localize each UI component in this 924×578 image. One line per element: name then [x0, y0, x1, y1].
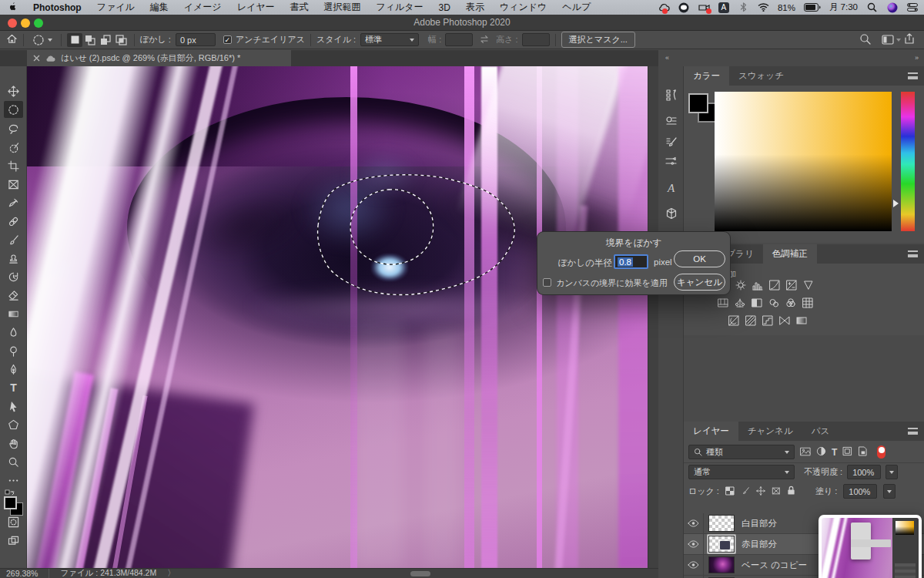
creative-cloud-icon[interactable]	[658, 2, 670, 13]
brightness-contrast-icon[interactable]	[735, 279, 746, 291]
color-lookup-icon[interactable]	[802, 297, 813, 308]
file-info[interactable]: ファイル : 241.3M/484.2M	[60, 568, 156, 578]
blend-mode-select[interactable]: 通常	[688, 465, 795, 479]
selection-mode-subtract-icon[interactable]	[98, 33, 113, 47]
panel-menu-icon[interactable]	[908, 250, 918, 257]
lock-transparent-icon[interactable]	[725, 486, 735, 497]
tab-layers[interactable]: レイヤー	[684, 422, 738, 441]
lasso-tool[interactable]	[4, 120, 23, 137]
curves-icon[interactable]	[768, 279, 780, 291]
eyedropper-tool[interactable]	[4, 194, 23, 211]
dodge-tool[interactable]	[4, 342, 23, 359]
screen-record-icon[interactable]	[698, 2, 710, 13]
panel-menu-icon[interactable]	[908, 72, 918, 79]
input-source-icon[interactable]: A	[718, 2, 729, 13]
dialog-cancel-button[interactable]: キャンセル	[674, 274, 725, 291]
selection-mode-new-icon[interactable]	[67, 33, 82, 47]
menu-filter[interactable]: フィルター	[368, 1, 430, 14]
channel-mixer-icon[interactable]	[785, 297, 796, 308]
chat-app-icon[interactable]	[678, 2, 690, 13]
menu-window[interactable]: ウィンドウ	[492, 1, 554, 14]
spotlight-search-icon[interactable]	[866, 2, 878, 13]
layer-thumbnail[interactable]	[708, 536, 735, 553]
screenshot-preview-thumbnail[interactable]	[819, 515, 922, 578]
quick-mask-mode-icon[interactable]	[4, 513, 23, 530]
spot-healing-brush-tool[interactable]	[4, 213, 23, 230]
elliptical-marquee-tool[interactable]	[4, 101, 23, 118]
filter-shape-layers-icon[interactable]	[842, 446, 852, 458]
tab-adjustments[interactable]: 色調補正	[763, 244, 817, 264]
wifi-icon[interactable]	[758, 2, 769, 13]
layer-visibility-icon[interactable]	[684, 576, 704, 578]
shape-tool[interactable]	[4, 416, 23, 433]
fill-dropdown-icon[interactable]	[883, 484, 896, 499]
hue-slider-marker[interactable]	[893, 200, 899, 207]
search-icon[interactable]	[859, 33, 871, 46]
pen-tool[interactable]	[4, 361, 23, 378]
bluetooth-icon[interactable]	[738, 2, 749, 13]
threshold-icon[interactable]	[762, 314, 773, 326]
selective-color-icon[interactable]	[795, 314, 807, 326]
menubar-clock[interactable]: 月 7:30	[829, 2, 858, 13]
layer-name[interactable]: 赤目部分	[742, 539, 777, 550]
layer-filter-type-select[interactable]: 種類	[688, 445, 795, 459]
fill-value[interactable]: 100%	[843, 484, 877, 499]
collapse-panels-icon[interactable]: «	[665, 54, 669, 62]
menu-image[interactable]: イメージ	[176, 1, 229, 14]
lock-all-icon[interactable]	[787, 486, 795, 497]
canvas[interactable]	[27, 66, 648, 568]
lock-position-icon[interactable]	[756, 486, 765, 497]
crop-tool[interactable]	[4, 157, 23, 174]
filter-pixel-layers-icon[interactable]	[800, 447, 811, 458]
style-select[interactable]: 標準	[360, 33, 419, 46]
layer-visibility-icon[interactable]	[684, 513, 704, 534]
horizontal-scrollbar-thumb[interactable]	[410, 571, 430, 576]
layer-name[interactable]: ベース のコピー	[742, 560, 807, 571]
frame-tool[interactable]	[4, 176, 23, 193]
panel-menu-icon[interactable]	[908, 428, 918, 435]
antialias-label[interactable]: アンチエイリアス	[236, 34, 305, 45]
layer-name[interactable]: 白目部分	[742, 518, 777, 529]
menu-photoshop[interactable]: Photoshop	[25, 2, 89, 13]
hand-tool[interactable]	[4, 435, 23, 452]
history-brush-tool[interactable]	[4, 268, 23, 285]
hue-slider[interactable]	[901, 92, 915, 231]
brush-settings-panel-icon[interactable]	[663, 134, 679, 150]
gradient-map-icon[interactable]	[778, 314, 790, 326]
opacity-value[interactable]: 100%	[847, 465, 881, 479]
apply-at-canvas-bounds-checkbox[interactable]	[543, 278, 551, 287]
document-tab[interactable]: はいせ (2).psdc @ 269% (赤目部分, RGB/16*) *	[27, 50, 291, 66]
home-icon[interactable]	[6, 33, 18, 46]
invert-icon[interactable]	[728, 314, 739, 326]
selection-mode-intersect-icon[interactable]	[113, 33, 129, 47]
move-tool[interactable]	[4, 82, 23, 99]
tab-channels[interactable]: チャンネル	[738, 422, 802, 441]
menu-view[interactable]: 表示	[458, 1, 492, 14]
clone-stamp-tool[interactable]	[4, 250, 23, 267]
layer-thumbnail[interactable]	[708, 556, 735, 573]
vibrance-icon[interactable]	[802, 279, 814, 291]
posterize-icon[interactable]	[745, 314, 756, 326]
menu-file[interactable]: ファイル	[89, 1, 142, 14]
layer-visibility-icon[interactable]	[684, 555, 704, 576]
menu-select[interactable]: 選択範囲	[316, 1, 368, 14]
tab-color[interactable]: カラー	[684, 66, 729, 86]
feather-input[interactable]: 0 px	[176, 33, 216, 46]
menu-edit[interactable]: 編集	[142, 1, 176, 14]
layer-thumbnail[interactable]	[708, 515, 735, 532]
zoom-tool[interactable]	[4, 453, 23, 470]
screen-mode-icon[interactable]	[4, 532, 23, 549]
color-balance-icon[interactable]	[734, 297, 745, 308]
brush-tool[interactable]	[4, 231, 23, 248]
expand-panels-icon[interactable]: »	[915, 54, 919, 62]
tab-swatches[interactable]: スウォッチ	[729, 66, 793, 86]
share-icon[interactable]	[904, 33, 915, 46]
siri-icon[interactable]	[886, 2, 898, 13]
window-titlebar[interactable]: Adobe Photoshop 2020	[0, 15, 924, 31]
layer-visibility-icon[interactable]	[684, 534, 704, 555]
exposure-icon[interactable]	[785, 279, 797, 291]
color-foreground-swatch[interactable]	[688, 93, 708, 113]
black-white-icon[interactable]	[751, 297, 762, 308]
dialog-ok-button[interactable]: OK	[674, 250, 725, 267]
feather-radius-input[interactable]: 0.8	[614, 254, 648, 269]
